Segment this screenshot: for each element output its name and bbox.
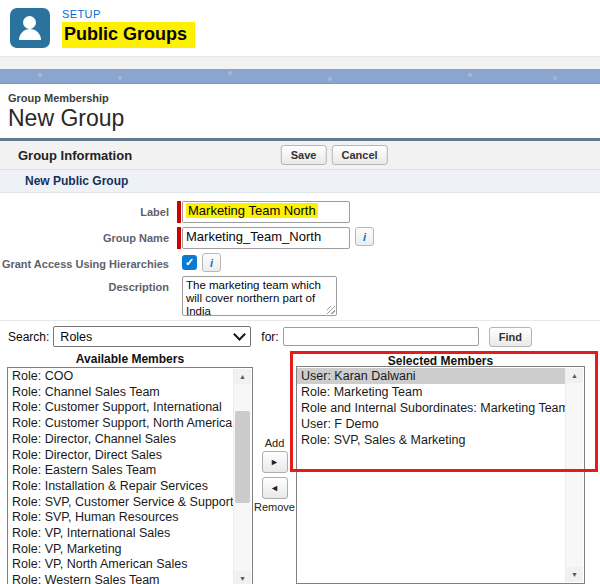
scroll-up-icon[interactable]: ▲ (234, 369, 251, 384)
selected-member-item[interactable]: Role: Marketing Team (297, 384, 566, 400)
remove-button[interactable]: ◄ (262, 477, 288, 499)
description-field-row: Description The marketing team which wil… (0, 276, 600, 316)
group-name-input-value: Marketing_Team_North (186, 229, 321, 244)
scroll-up-icon[interactable]: ▲ (566, 368, 583, 383)
description-field-label: Description (0, 276, 177, 316)
decorative-blue-band (0, 69, 600, 84)
group-name-field-row: Group Name Marketing_Team_North i (0, 227, 600, 249)
available-member-item[interactable]: Role: VP, International Sales (8, 526, 234, 542)
label-field-label: Label (0, 201, 177, 223)
label-field-row: Label Marketing Team North (0, 201, 600, 223)
save-button[interactable]: Save (281, 145, 327, 165)
members-picker: Available Members Selected Members Role:… (0, 351, 600, 584)
hierarchies-field-row: Grant Access Using Hierarchies ✓ i (0, 253, 600, 272)
available-member-item[interactable]: Role: SVP, Human Resources (8, 510, 234, 526)
hierarchies-checkbox[interactable]: ✓ (182, 255, 197, 270)
group-information-title: Group Information (0, 148, 132, 163)
required-marker (177, 201, 181, 223)
selected-members-listbox[interactable]: User: Karan DalwaniRole: Marketing TeamR… (296, 366, 585, 584)
available-member-item[interactable]: Role: VP, North American Sales (8, 557, 234, 573)
new-public-group-subheader: New Public Group (0, 170, 600, 193)
info-icon[interactable]: i (355, 227, 374, 246)
for-label: for: (261, 330, 278, 344)
available-scrollbar[interactable]: ▲ ▼ (233, 369, 251, 584)
search-type-select[interactable]: Roles (53, 326, 251, 347)
available-members-listbox[interactable]: Role: COORole: Channel Sales TeamRole: C… (7, 367, 253, 584)
page-title: Public Groups (62, 22, 195, 48)
scrollbar-thumb[interactable] (235, 411, 250, 503)
label-input-value: Marketing Team North (186, 203, 318, 218)
header-gray-strip (0, 56, 600, 69)
info-icon[interactable]: i (202, 253, 221, 272)
label-input[interactable]: Marketing Team North (182, 201, 350, 223)
selected-member-item[interactable]: Role: SVP, Sales & Marketing (297, 432, 566, 448)
search-label: Search: (8, 330, 49, 344)
group-name-field-label: Group Name (0, 227, 177, 249)
available-member-item[interactable]: Role: SVP, Customer Service & Support (8, 495, 234, 511)
group-form: Label Marketing Team North Group Name Ma… (0, 193, 600, 316)
add-remove-controls: Add ► ◄ Remove (253, 437, 296, 513)
breadcrumb-page-title: New Group (8, 105, 600, 132)
new-public-group-title: New Public Group (0, 174, 128, 188)
selected-member-item[interactable]: User: Karan Dalwani (297, 368, 566, 384)
available-member-item[interactable]: Role: Customer Support, International (8, 400, 234, 416)
search-type-selected-value: Roles (60, 330, 92, 344)
remove-label: Remove (254, 501, 295, 513)
available-member-item[interactable]: Role: COO (8, 369, 234, 385)
checkmark-icon: ✓ (185, 256, 194, 269)
setup-header: SETUP Public Groups (0, 0, 600, 56)
available-member-item[interactable]: Role: Channel Sales Team (8, 385, 234, 401)
selected-scrollbar[interactable]: ▲ ▼ (565, 368, 583, 582)
available-members-header: Available Members (7, 352, 253, 366)
member-search-row: Search: Roles for: Find (0, 321, 600, 351)
scroll-down-icon[interactable]: ▼ (234, 571, 251, 584)
setup-new-group-page: SETUP Public Groups Group Membership New… (0, 0, 600, 584)
add-label: Add (265, 437, 285, 449)
available-member-item[interactable]: Role: Installation & Repair Services (8, 479, 234, 495)
user-icon (10, 8, 50, 48)
available-member-item[interactable]: Role: Western Sales Team (8, 573, 234, 584)
right-arrow-icon: ► (270, 457, 279, 467)
cancel-button[interactable]: Cancel (331, 145, 387, 165)
setup-eyebrow: SETUP (62, 8, 195, 20)
left-arrow-icon: ◄ (270, 483, 279, 493)
add-button[interactable]: ► (262, 451, 288, 473)
group-information-block: Group Information Save Cancel New Public… (0, 138, 600, 584)
group-name-input[interactable]: Marketing_Team_North (182, 227, 350, 249)
available-member-item[interactable]: Role: Director, Channel Sales (8, 432, 234, 448)
required-marker (177, 227, 181, 249)
chevron-down-icon (233, 328, 246, 341)
group-information-header: Group Information Save Cancel (0, 141, 600, 170)
form-buttons: Save Cancel (281, 145, 388, 165)
selected-member-item[interactable]: Role and Internal Subordinates: Marketin… (297, 400, 566, 416)
selected-member-item[interactable]: User: F Demo (297, 416, 566, 432)
available-member-item[interactable]: Role: Eastern Sales Team (8, 463, 234, 479)
available-member-item[interactable]: Role: Director, Direct Sales (8, 448, 234, 464)
search-term-input[interactable] (283, 327, 479, 346)
breadcrumb: Group Membership New Group (0, 84, 600, 138)
hierarchies-field-label: Grant Access Using Hierarchies (0, 253, 177, 272)
description-textarea[interactable]: The marketing team which will cover nort… (182, 276, 337, 316)
breadcrumb-section: Group Membership (8, 92, 600, 104)
available-member-item[interactable]: Role: VP, Marketing (8, 542, 234, 558)
available-member-item[interactable]: Role: Customer Support, North America (8, 416, 234, 432)
scroll-down-icon[interactable]: ▼ (566, 567, 583, 582)
find-button[interactable]: Find (489, 327, 532, 347)
